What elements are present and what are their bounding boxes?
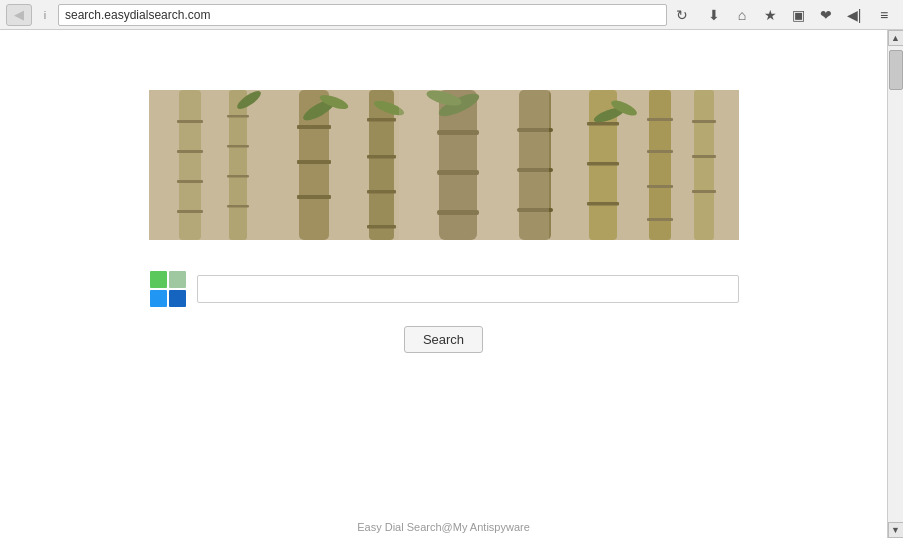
svg-rect-38 <box>694 90 714 240</box>
svg-rect-40 <box>692 155 716 158</box>
menu-button[interactable]: ≡ <box>871 4 897 26</box>
reading-icon: ▣ <box>792 7 805 23</box>
svg-rect-11 <box>227 205 249 208</box>
search-section <box>149 270 739 308</box>
svg-rect-54 <box>169 290 186 307</box>
page-content: Search <box>0 30 887 538</box>
svg-rect-33 <box>649 90 671 240</box>
bookmark-button[interactable]: ★ <box>757 4 783 26</box>
page-wrapper: Search ▲ ▼ <box>0 30 903 538</box>
svg-rect-3 <box>177 120 203 123</box>
scrollbar: ▲ ▼ <box>887 30 903 538</box>
svg-rect-51 <box>150 271 167 288</box>
home-button[interactable]: ⌂ <box>729 4 755 26</box>
info-button[interactable]: i <box>36 6 54 24</box>
hero-banner <box>149 90 739 240</box>
svg-rect-14 <box>297 160 331 164</box>
svg-rect-10 <box>227 175 249 178</box>
site-logo <box>149 270 187 308</box>
pocket-button[interactable]: ❤ <box>813 4 839 26</box>
pocket-icon: ❤ <box>820 7 832 23</box>
svg-rect-6 <box>177 210 203 213</box>
svg-rect-34 <box>647 118 673 121</box>
reload-icon: ↻ <box>676 7 688 23</box>
footer-bar: Easy Dial Search@My Antispyware <box>0 516 887 538</box>
svg-rect-7 <box>229 90 247 240</box>
scroll-down-button[interactable]: ▼ <box>888 522 904 538</box>
reload-button[interactable]: ↻ <box>671 4 693 26</box>
toolbar-icons-group: ⬇ ⌂ ★ ▣ ❤ ◀| <box>701 4 867 26</box>
svg-rect-37 <box>647 218 673 221</box>
svg-rect-2 <box>179 90 201 240</box>
svg-rect-15 <box>297 195 331 199</box>
scroll-thumb[interactable] <box>889 50 903 90</box>
svg-rect-50 <box>399 90 549 240</box>
svg-rect-30 <box>587 122 619 126</box>
scroll-up-button[interactable]: ▲ <box>888 30 904 46</box>
download-icon: ⬇ <box>708 7 720 23</box>
search-button-row: Search <box>404 326 483 353</box>
back-button[interactable]: ◀ <box>6 4 32 26</box>
svg-rect-35 <box>647 150 673 153</box>
search-input[interactable] <box>197 275 739 303</box>
svg-rect-53 <box>150 290 167 307</box>
svg-rect-5 <box>177 180 203 183</box>
svg-rect-20 <box>367 225 396 229</box>
bamboo-image <box>149 90 739 240</box>
svg-rect-8 <box>227 115 249 118</box>
browser-toolbar: ◀ i ↻ ⬇ ⌂ ★ ▣ ❤ ◀| ≡ <box>0 0 903 30</box>
svg-rect-36 <box>647 185 673 188</box>
svg-rect-4 <box>177 150 203 153</box>
svg-rect-13 <box>297 125 331 129</box>
info-icon: i <box>44 9 46 21</box>
svg-rect-31 <box>587 162 619 166</box>
reading-view-button[interactable]: ▣ <box>785 4 811 26</box>
home-icon: ⌂ <box>738 7 746 23</box>
download-button[interactable]: ⬇ <box>701 4 727 26</box>
back-icon: ◀ <box>14 7 24 22</box>
address-bar[interactable] <box>58 4 667 26</box>
hamburger-icon: ≡ <box>880 7 888 23</box>
svg-rect-18 <box>367 155 396 159</box>
svg-rect-39 <box>692 120 716 123</box>
svg-rect-17 <box>367 118 396 122</box>
scroll-track <box>889 46 903 522</box>
svg-rect-9 <box>227 145 249 148</box>
svg-rect-32 <box>587 202 619 206</box>
history-icon: ◀| <box>847 7 862 23</box>
svg-rect-52 <box>169 271 186 288</box>
history-icon-button[interactable]: ◀| <box>841 4 867 26</box>
star-icon: ★ <box>764 7 777 23</box>
search-button[interactable]: Search <box>404 326 483 353</box>
svg-rect-19 <box>367 190 396 194</box>
footer-text: Easy Dial Search@My Antispyware <box>357 521 530 533</box>
svg-rect-41 <box>692 190 716 193</box>
